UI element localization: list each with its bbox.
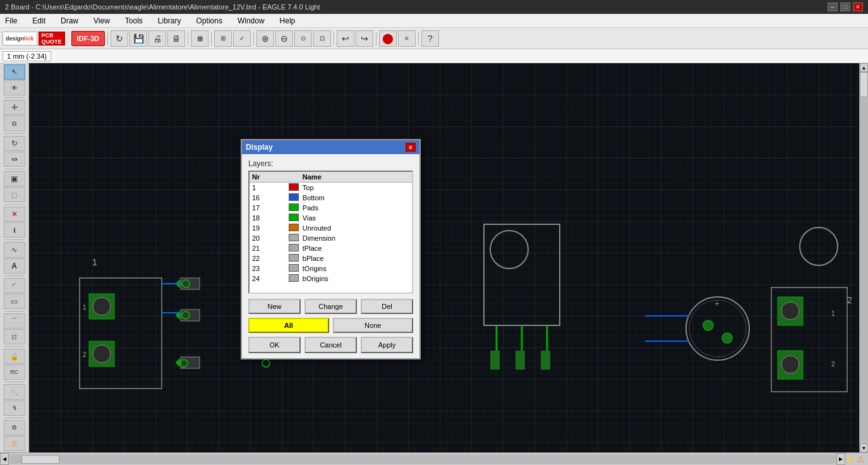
lt-sep-1: [4, 97, 25, 98]
tb-undo[interactable]: ↩: [337, 30, 354, 47]
layer-row[interactable]: 22 bPlace: [250, 253, 412, 263]
lt-group[interactable]: ▣: [4, 171, 25, 186]
menu-options[interactable]: Options: [194, 15, 225, 27]
h-scroll-thumb[interactable]: [21, 455, 59, 464]
layer-color: [287, 213, 300, 223]
menu-edit[interactable]: Edit: [30, 15, 48, 27]
designlink-logo[interactable]: designlink: [3, 32, 37, 45]
layer-row[interactable]: 1 Top: [250, 183, 412, 193]
tb-layers[interactable]: ⊞: [214, 30, 232, 47]
lt-warning[interactable]: ⚠: [4, 436, 25, 451]
lt-autoroute[interactable]: ↯: [4, 401, 25, 416]
scroll-track[interactable]: [860, 72, 868, 444]
layer-row[interactable]: 24 bOrigins: [250, 274, 412, 284]
tb-stop[interactable]: ⬤: [379, 30, 397, 47]
layer-color: [287, 263, 300, 274]
bottom-scrollbar[interactable]: ◀ ▶ ⚡ ⚠: [0, 452, 868, 465]
tb-zoom-in[interactable]: ⊕: [256, 30, 274, 47]
layer-row[interactable]: 20 Dimension: [250, 233, 412, 243]
apply-button[interactable]: Apply: [361, 337, 413, 353]
layer-nr: 22: [250, 253, 287, 263]
dialog-title: Display: [246, 143, 273, 152]
scroll-right-button[interactable]: ▶: [836, 453, 845, 465]
menu-draw[interactable]: Draw: [58, 15, 81, 27]
tb-print[interactable]: 🖨: [148, 30, 166, 47]
del-button[interactable]: Del: [361, 299, 413, 314]
layer-nr: 24: [250, 274, 287, 284]
layer-row[interactable]: 16 Bottom: [250, 193, 412, 203]
dialog-close-button[interactable]: ×: [406, 143, 416, 152]
lt-info[interactable]: ℹ: [4, 222, 25, 238]
scroll-up-button[interactable]: ▲: [860, 63, 868, 72]
lt-miter[interactable]: ⌒: [4, 313, 25, 329]
new-button[interactable]: New: [248, 299, 301, 314]
menu-view[interactable]: View: [91, 15, 112, 27]
none-button[interactable]: None: [333, 318, 414, 333]
close-button[interactable]: ✕: [853, 3, 863, 11]
menu-file[interactable]: File: [3, 15, 20, 27]
layer-row[interactable]: 18 Vias: [250, 213, 412, 223]
layer-row[interactable]: 17 Pads: [250, 203, 412, 213]
layer-actions-row: New Change Del: [248, 299, 413, 314]
pcbquote-logo[interactable]: PCBQUOTE: [39, 32, 65, 45]
layers-container[interactable]: Nr Name 1 Top 16 Bottom 17: [248, 171, 413, 294]
menu-tools[interactable]: Tools: [123, 15, 145, 27]
layer-row[interactable]: 21 tPlace: [250, 243, 412, 253]
cancel-button[interactable]: Cancel: [304, 337, 357, 353]
lt-select[interactable]: ↖: [4, 64, 25, 80]
layer-row[interactable]: 23 tOrigins: [250, 263, 412, 274]
scroll-down-button[interactable]: ▼: [860, 444, 868, 452]
tb-zoom-out[interactable]: ⊖: [275, 30, 293, 47]
lt-delete[interactable]: ✕: [4, 207, 25, 222]
ok-button[interactable]: OK: [248, 337, 301, 353]
lt-lock[interactable]: 🔒: [4, 349, 25, 364]
dialog-body: Layers: Nr Name: [242, 154, 419, 358]
lt-rotate[interactable]: ↻: [4, 136, 25, 151]
tb-save[interactable]: 💾: [130, 30, 147, 47]
menu-library[interactable]: Library: [155, 15, 184, 27]
layer-row[interactable]: 19 Unrouted: [250, 223, 412, 233]
tb-drc[interactable]: ✓: [233, 30, 251, 47]
tb-refresh[interactable]: ↻: [111, 30, 128, 47]
idf-button[interactable]: IDF-3D: [71, 31, 105, 46]
tb-grid[interactable]: ▦: [191, 30, 208, 47]
tb-script[interactable]: ≡: [398, 30, 416, 47]
tb-zoom-select[interactable]: ⊡: [313, 30, 331, 47]
lt-mirror[interactable]: ⇔: [4, 152, 25, 167]
layer-name: tPlace: [300, 243, 412, 253]
lt-view[interactable]: 👁: [4, 80, 25, 95]
h-scroll-track[interactable]: [9, 455, 836, 464]
lt-drc2[interactable]: RC: [4, 365, 25, 380]
lt-copy[interactable]: ⧉: [4, 116, 25, 131]
maximize-button[interactable]: □: [840, 3, 850, 11]
dialog-title-bar[interactable]: Display ×: [242, 140, 419, 154]
menu-help[interactable]: Help: [277, 15, 298, 27]
canvas-area[interactable]: 1 2: [29, 63, 859, 452]
menu-window[interactable]: Window: [235, 15, 267, 27]
menu-bar: File Edit Draw View Tools Library Option…: [0, 14, 868, 28]
layer-nr: 23: [250, 263, 287, 274]
tb-monitor[interactable]: 🖥: [167, 30, 185, 47]
tb-zoom-fit[interactable]: ⊙: [294, 30, 312, 47]
layer-color: [287, 243, 300, 253]
lt-arc[interactable]: ◜: [4, 278, 25, 293]
lt-rect[interactable]: ▭: [4, 294, 25, 309]
scroll-thumb[interactable]: [860, 72, 868, 97]
minimize-button[interactable]: ─: [828, 3, 838, 11]
lt-wire[interactable]: ∿: [4, 242, 25, 257]
lt-text[interactable]: A: [4, 258, 25, 274]
lt-settings[interactable]: ⚙: [4, 420, 25, 435]
all-button[interactable]: All: [248, 318, 329, 333]
lt-smash[interactable]: ☷: [4, 329, 25, 344]
change-button[interactable]: Change: [304, 299, 357, 314]
layer-name: Vias: [300, 213, 412, 223]
lt-ratsnest[interactable]: ⋱: [4, 384, 25, 399]
layer-name: Dimension: [300, 233, 412, 243]
toolbar-sep-2: [188, 32, 188, 45]
lt-ungroup[interactable]: ⬚: [4, 187, 25, 202]
lt-move[interactable]: ✛: [4, 100, 25, 115]
scroll-left-button[interactable]: ◀: [0, 453, 9, 465]
right-scrollbar[interactable]: ▲ ▼: [859, 63, 868, 452]
tb-help[interactable]: ?: [421, 30, 439, 47]
tb-redo[interactable]: ↪: [356, 30, 373, 47]
